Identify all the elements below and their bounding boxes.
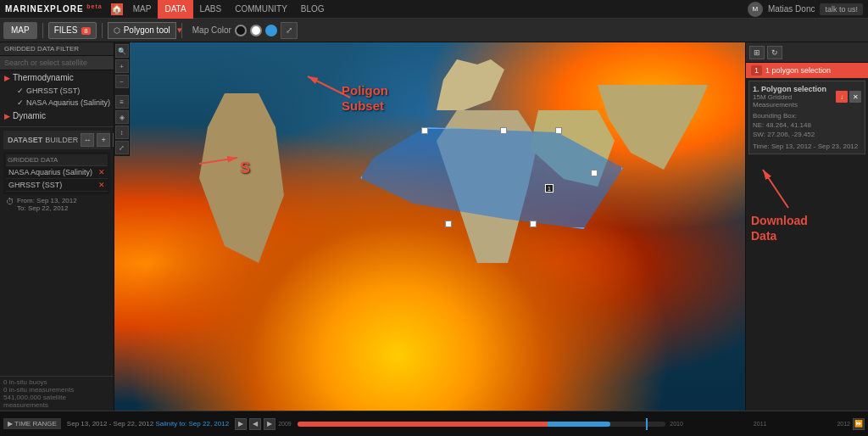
south-west-coord: SW: 27.206, -29.452 (753, 130, 861, 139)
color-option-light[interactable] (250, 25, 262, 36)
nav-tab-community[interactable]: COMMUNITY (228, 0, 294, 19)
gd-item-ghrsst: GHRSST (SST) ✕ (6, 179, 108, 192)
tl-next-btn[interactable]: ▶ (264, 418, 275, 430)
card-close-btn[interactable]: ✕ (849, 91, 861, 103)
color-option-blue[interactable] (265, 25, 277, 36)
gd-item-label-2: GHRSST (SST) (8, 181, 62, 189)
tree-item-thermodynamic[interactable]: ▶ Thermodynamic (0, 70, 114, 85)
north-east-coord: NE: 48.264, 41.148 (753, 120, 861, 130)
tl-satellite-label: Salinity to: Sep 22, 2012 (155, 420, 229, 428)
polygon-tool-container: ⬡ Polygon tool ▾ (108, 22, 176, 39)
nav-tab-labs[interactable]: LABS (193, 0, 229, 19)
timeline-date-display: Sep 13, 2012 - Sep 22, 2012 Salinity to:… (64, 420, 232, 428)
stats-bar: 0 in-situ buoys 0 in-situ measurements 5… (0, 376, 114, 411)
dropdown-arrow[interactable]: ▾ (177, 25, 182, 36)
user-area: M Matias Donc talk to us! (748, 2, 863, 17)
fullscreen-button[interactable]: ⤢ (281, 22, 298, 39)
svg-line-5 (763, 170, 788, 208)
time-range-dates: From: Sep 13, 2012 To: Sep 22, 2012 (17, 197, 77, 212)
ghrsst-label: GHRSST (SST) (26, 87, 80, 95)
tree-sub-aquarius[interactable]: ✓ NASA Aquarius (Salinity) (0, 97, 114, 109)
time-range-toggle[interactable]: ▶ TIME RANGE (3, 418, 61, 429)
dataset-icons: ↔ + ↓ (81, 133, 114, 147)
dataset-label: DATASET (8, 136, 42, 144)
tl-end-btn[interactable]: ⏩ (853, 418, 865, 430)
main-toolbar: MAP FILES 8 ⬡ Polygon tool ▾ Map Color ⤢ (0, 19, 868, 42)
rp-btn-grid[interactable]: ⊞ (749, 46, 765, 59)
nav-tab-data[interactable]: DATA (158, 0, 192, 19)
ghrsst-checkbox[interactable]: ✓ (17, 87, 24, 95)
polygon-icon: ⬡ (114, 26, 120, 35)
mini-btn-4[interactable]: ≡ (115, 95, 129, 109)
download-arrow-svg (754, 161, 805, 212)
nav-tabs: MAP DATA LABS COMMUNITY BLOG (126, 0, 748, 19)
tl-play-btn[interactable]: ▶ (235, 418, 247, 430)
nav-tab-map[interactable]: MAP (126, 0, 159, 19)
talk-button[interactable]: talk to us! (820, 3, 863, 15)
timeline-cursor (646, 418, 648, 430)
tree-sub-ghrsst[interactable]: ✓ GHRSST (SST) (0, 85, 114, 97)
tl-year-2012: 2012 (837, 421, 850, 427)
main-content: GRIDDED DATA FILTER ▶ Thermodynamic ✓ GH… (0, 42, 868, 411)
selection-card: 1. Polygon selection 15M Gridded Measure… (748, 81, 865, 154)
sel-handle-r[interactable] (591, 170, 598, 176)
right-panel: ⊞ ↻ 1 1 polygon selection 1. Polygon sel… (745, 42, 868, 411)
map-area[interactable]: 1 PoligonSubset S (114, 42, 745, 411)
selection-count-badge: 1 (751, 65, 762, 75)
sel-handle-tl[interactable] (421, 127, 428, 134)
stat-insitu: 0 in-situ buoys (3, 378, 110, 386)
map-color-label: Map Color (192, 25, 231, 35)
sel-handle-tr[interactable] (555, 127, 562, 134)
gd-item-label: NASA Aquarius (Salinity) (8, 168, 92, 176)
tl-back-btn[interactable]: ◀ (249, 418, 261, 430)
tl-year-2011: 2011 (754, 421, 767, 427)
time-range-section: ⏱ From: Sep 13, 2012 To: Sep 22, 2012 (3, 194, 110, 215)
mini-btn-7[interactable]: ⤢ (115, 141, 129, 154)
aquarius-label: NASA Aquarius (Salinity) (26, 98, 110, 107)
sel-handle-br[interactable] (530, 221, 537, 227)
mini-btn-3[interactable]: − (115, 75, 129, 88)
gridded-data-section: GRIDDED DATA NASA Aquarius (Salinity) ✕ … (3, 152, 110, 194)
selection-card-title: 1. Polygon selection (753, 85, 836, 93)
rp-btn-refresh[interactable]: ↻ (767, 46, 782, 59)
clock-icon: ⏱ (6, 197, 14, 206)
tl-year-2010: 2010 (670, 421, 683, 427)
home-icon[interactable]: 🏠 (111, 3, 123, 15)
expand-icon-dynamic: ▶ (4, 112, 10, 120)
tree-item-dynamic[interactable]: ▶ Dynamic (0, 109, 114, 123)
color-option-dark[interactable] (235, 25, 247, 36)
sel-handle-t[interactable] (500, 127, 507, 134)
timeline: ▶ TIME RANGE Sep 13, 2012 - Sep 22, 2012… (0, 411, 868, 436)
time-from: From: Sep 13, 2012 (17, 197, 77, 204)
files-button[interactable]: FILES 8 (48, 22, 97, 39)
mini-btn-2[interactable]: + (115, 59, 129, 73)
tl-year-2009: 2009 (278, 421, 292, 427)
logo-beta: beta (86, 3, 102, 9)
right-panel-toolbar: ⊞ ↻ (746, 42, 868, 63)
dataset-panel: DATASET BUILDER ↔ + ↓ GRIDDED DATA NASA … (0, 126, 114, 218)
dataset-header: DATASET BUILDER ↔ + ↓ (3, 131, 110, 149)
bbox-label: Bounding Box: (753, 111, 861, 120)
gd-item-remove-ghrsst[interactable]: ✕ (98, 181, 105, 189)
card-action-icons: ↓ ✕ (836, 91, 861, 103)
expand-icon: ▶ (4, 74, 10, 82)
nav-tab-blog[interactable]: BLOG (294, 0, 331, 19)
dataset-icon-btn-2[interactable]: + (97, 133, 110, 147)
card-download-btn[interactable]: ↓ (836, 91, 848, 103)
timeline-track[interactable] (298, 422, 666, 427)
mini-btn-6[interactable]: ↕ (115, 126, 129, 139)
mini-btn-5[interactable]: ◈ (115, 110, 129, 124)
polygon-tool-label: Polygon tool (124, 25, 170, 35)
user-name: Matias Donc (768, 4, 815, 14)
sel-handle-b[interactable] (445, 221, 452, 227)
gd-item-aquarius: NASA Aquarius (Salinity) ✕ (6, 166, 108, 179)
tree-item-label: Thermodynamic (13, 73, 74, 82)
map-marker[interactable]: 1 (545, 184, 554, 193)
satellite-search-input[interactable] (0, 56, 114, 70)
dataset-icon-btn-1[interactable]: ↔ (81, 133, 94, 147)
map-button[interactable]: MAP (3, 22, 37, 39)
stat-measurements: 0 in-situ measurements (3, 386, 110, 394)
aquarius-checkbox[interactable]: ✓ (17, 98, 24, 107)
mini-btn-1[interactable]: 🔍 (115, 44, 129, 58)
gd-item-remove-aquarius[interactable]: ✕ (98, 168, 105, 176)
